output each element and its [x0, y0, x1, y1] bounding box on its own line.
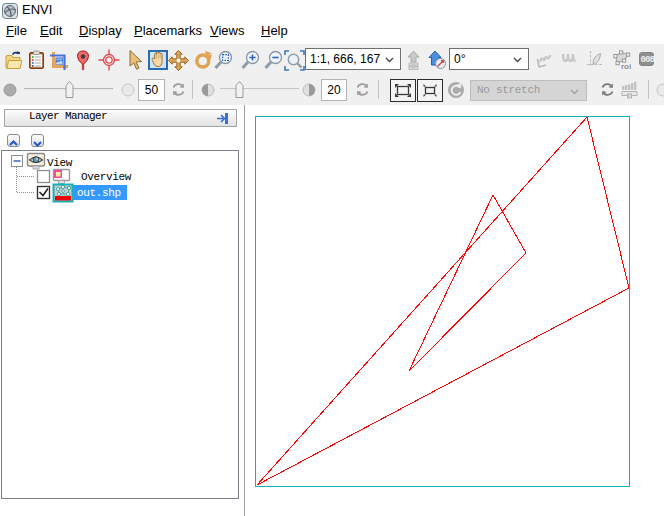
svg-text:008: 008: [641, 55, 654, 65]
svg-text:roi: roi: [621, 62, 631, 70]
